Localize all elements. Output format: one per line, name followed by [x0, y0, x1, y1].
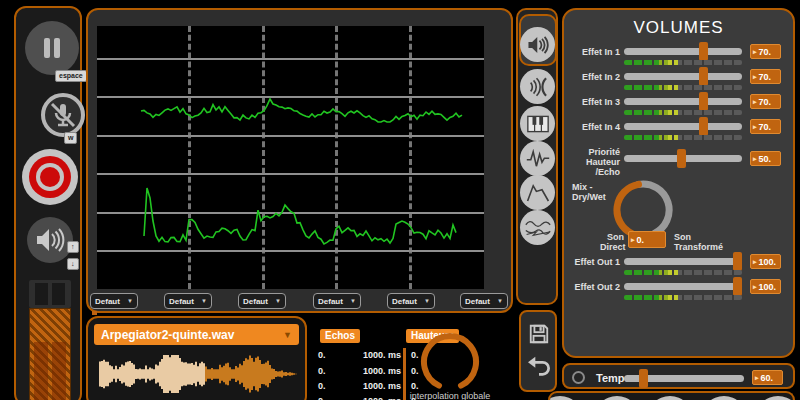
panel-title: VOLUMES: [564, 18, 793, 38]
preset-dropdown-5[interactable]: Defaut▼: [387, 293, 435, 309]
pause-shortcut-badge: espace: [55, 70, 87, 82]
slider-label: Effet In 1: [568, 47, 620, 57]
hauteur-3[interactable]: 0.: [411, 381, 419, 391]
preset-dropdown-3[interactable]: Defaut▼: [238, 293, 286, 309]
preset-dropdown-6[interactable]: Defaut▼: [460, 293, 508, 309]
instrument-button-row: [548, 391, 795, 400]
tab-resonance[interactable]: [520, 69, 555, 104]
level-meter: [624, 270, 742, 275]
save-button[interactable]: [527, 322, 551, 346]
hauteur-1[interactable]: 0.: [411, 350, 419, 360]
slider-label: Effet Out 1: [564, 257, 620, 267]
effet-in-2-slider[interactable]: [624, 73, 742, 80]
effet-out-1-slider[interactable]: [624, 258, 742, 265]
echo-count-1[interactable]: 0.: [318, 350, 326, 360]
undo-icon: [527, 355, 551, 377]
fader-handle[interactable]: [29, 280, 71, 308]
tab-pulse[interactable]: [520, 141, 555, 176]
sample-waveform-display[interactable]: [92, 350, 303, 400]
slider-thumb[interactable]: [677, 149, 686, 168]
effet-in-3-value[interactable]: ▸ 70.: [750, 94, 781, 109]
effet-in-3-slider[interactable]: [624, 98, 742, 105]
slider-thumb[interactable]: [699, 92, 708, 111]
sample-panel: Arpegiator2-quinte.wav ▼: [86, 316, 307, 400]
value-arrow-icon: ▸: [631, 236, 635, 244]
value-arrow-icon: ▸: [753, 98, 757, 106]
radiating-waves-icon: [526, 76, 550, 98]
slider-thumb[interactable]: [699, 67, 708, 86]
transport-sidebar: espace w ↑ ↓: [14, 6, 82, 400]
instrument-button-5[interactable]: [755, 396, 795, 400]
mic-mute-button[interactable]: [41, 93, 85, 137]
value-arrow-icon: ▸: [755, 374, 759, 382]
effet-out-2-value[interactable]: ▸ 100.: [750, 279, 781, 294]
mic-shortcut-badge: w: [64, 132, 77, 144]
slider-thumb[interactable]: [699, 42, 708, 61]
chevron-down-icon: ▼: [497, 298, 503, 304]
hauteur-2[interactable]: 0.: [411, 366, 419, 376]
effet-in-1-value[interactable]: ▸ 70.: [750, 44, 781, 59]
slider-thumb[interactable]: [733, 277, 742, 296]
tempo-led[interactable]: [572, 371, 585, 384]
slider-thumb[interactable]: [699, 117, 708, 136]
slider-thumb[interactable]: [733, 252, 742, 271]
volume-down-badge: ↓: [67, 258, 79, 270]
sample-file-dropdown[interactable]: Arpegiator2-quinte.wav ▼: [94, 324, 299, 345]
echo-time-1[interactable]: 1000. ms: [355, 350, 401, 360]
instrument-button-3[interactable]: [647, 396, 693, 400]
mix-value[interactable]: ▸ 0.: [628, 231, 666, 248]
pulse-wave-icon: [526, 149, 550, 169]
chevron-down-icon: ▼: [127, 298, 133, 304]
waveform-traces: [97, 26, 484, 289]
slider-thumb[interactable]: [639, 369, 648, 388]
echo-count-3[interactable]: 0.: [318, 381, 326, 391]
priorite-value[interactable]: ▸ 50.: [750, 151, 781, 166]
echo-time-2[interactable]: 1000. ms: [355, 366, 401, 376]
effet-in-4-value[interactable]: ▸ 70.: [750, 119, 781, 134]
oscilloscope-panel: Defaut▼ Defaut▼ Defaut▼ Defaut▼ Defaut▼ …: [86, 8, 513, 313]
instrument-button-4[interactable]: [701, 396, 747, 400]
file-toolbox: [519, 310, 557, 392]
value-arrow-icon: ▸: [753, 258, 757, 266]
interpolation-label: interpolation globale: [400, 391, 500, 400]
tab-speaker[interactable]: [520, 27, 555, 62]
interpolation-knob[interactable]: [420, 332, 480, 392]
volume-up-badge: ↑: [67, 241, 79, 253]
monitor-button[interactable]: [27, 217, 73, 263]
slider-label: Effet In 3: [568, 97, 620, 107]
sample-filename: Arpegiator2-quinte.wav: [101, 328, 234, 342]
keyboard-icon: [527, 115, 549, 133]
effet-in-4-slider[interactable]: [624, 123, 742, 130]
record-button[interactable]: [22, 149, 78, 205]
preset-dropdown-1[interactable]: Defaut▼: [90, 293, 138, 309]
tab-scribble[interactable]: [520, 210, 555, 245]
tempo-slider[interactable]: [624, 375, 744, 382]
instrument-button-2[interactable]: [594, 396, 640, 400]
echo-count-4[interactable]: 0.: [318, 396, 326, 400]
effet-out-1-value[interactable]: ▸ 100.: [750, 254, 781, 269]
instrument-button-1[interactable]: [548, 396, 583, 400]
preset-dropdown-4[interactable]: Defaut▼: [313, 293, 361, 309]
echo-count-2[interactable]: 0.: [318, 366, 326, 376]
undo-button[interactable]: [527, 354, 551, 378]
oscilloscope-screen: [97, 26, 484, 289]
effet-out-2-slider[interactable]: [624, 283, 742, 290]
effet-in-2-value[interactable]: ▸ 70.: [750, 69, 781, 84]
effect-tab-strip: [516, 8, 558, 305]
tempo-value[interactable]: ▸ 60.: [752, 370, 783, 385]
level-meter: [624, 60, 742, 65]
value-arrow-icon: ▸: [753, 155, 757, 163]
app-window: espace w ↑ ↓: [0, 0, 800, 400]
pause-button[interactable]: [25, 21, 79, 75]
effet-in-1-slider[interactable]: [624, 48, 742, 55]
echo-time-4[interactable]: 1000. ms: [355, 396, 401, 400]
priorite-slider[interactable]: [624, 155, 742, 162]
save-icon: [528, 323, 550, 345]
tab-keyboard[interactable]: [520, 106, 555, 141]
tab-envelope[interactable]: [520, 175, 555, 210]
volumes-panel: VOLUMES Effet In 1 ▸ 70. Effet In 2 ▸ 70…: [562, 8, 795, 358]
echo-time-3[interactable]: 1000. ms: [355, 381, 401, 391]
record-icon: [29, 156, 71, 198]
input-level-meter[interactable]: [29, 280, 71, 400]
preset-dropdown-2[interactable]: Defaut▼: [164, 293, 212, 309]
